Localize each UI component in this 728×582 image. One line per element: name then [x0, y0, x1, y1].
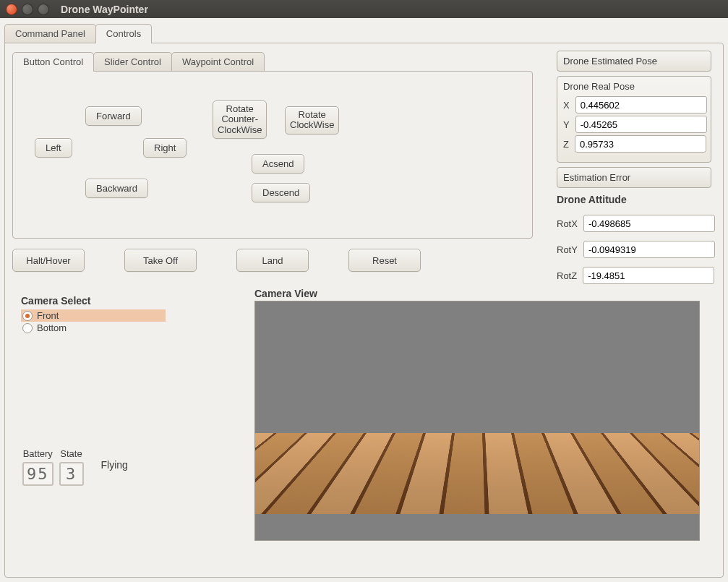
- rotate-ccw-button[interactable]: Rotate Counter- ClockWise: [213, 100, 267, 139]
- tab-command-panel[interactable]: Command Panel: [4, 24, 96, 43]
- rotz-label: RotZ: [557, 270, 577, 281]
- inner-tabs: Button Control Slider Control Waypoint C…: [12, 51, 533, 239]
- attitude-title: Drone Attitude: [557, 194, 711, 205]
- camera-view: Camera View: [254, 288, 703, 541]
- window-title: Drone WayPointer: [61, 4, 148, 15]
- right-column: Drone Estimated Pose Drone Real Pose X Y: [557, 51, 711, 286]
- land-button[interactable]: Land: [236, 249, 309, 272]
- rotate-cw-button[interactable]: Rotate ClockWise: [285, 106, 339, 134]
- status-block: Battery 95 State 3 Flying: [22, 448, 128, 486]
- close-icon[interactable]: [6, 4, 17, 15]
- radio-icon: [22, 311, 33, 321]
- real-pose-box: Drone Real Pose X Y Z: [557, 76, 711, 163]
- radio-icon: [22, 323, 33, 333]
- camera-canvas: [254, 301, 700, 541]
- descend-button[interactable]: Descend: [252, 183, 310, 202]
- tab-button-control[interactable]: Button Control: [12, 52, 94, 71]
- rotx-label: RotX: [557, 218, 578, 229]
- estimated-pose-button[interactable]: Drone Estimated Pose: [557, 51, 711, 72]
- left-button[interactable]: Left: [35, 138, 72, 158]
- button-control-panel: Forward Left Right Backward Rotate Count…: [12, 71, 533, 239]
- halt-button[interactable]: Halt/Hover: [12, 249, 85, 272]
- forward-button[interactable]: Forward: [85, 106, 142, 126]
- right-button[interactable]: Right: [143, 138, 187, 158]
- outer-tabs: Command Panel Controls Button Control Sl…: [4, 22, 724, 578]
- app-window: Drone WayPointer Command Panel Controls …: [0, 0, 728, 582]
- state-display: 3: [59, 462, 84, 486]
- camera-bottom-radio[interactable]: Bottom: [21, 322, 166, 334]
- takeoff-button[interactable]: Take Off: [124, 249, 197, 272]
- pose-z-input[interactable]: [575, 135, 706, 153]
- rotz-input[interactable]: [583, 267, 714, 284]
- camera-view-heading: Camera View: [254, 288, 703, 299]
- content-area: Command Panel Controls Button Control Sl…: [0, 18, 728, 582]
- estimation-error-button[interactable]: Estimation Error: [557, 167, 711, 188]
- ascend-button[interactable]: Acsend: [252, 154, 304, 174]
- tab-controls[interactable]: Controls: [95, 24, 152, 43]
- camera-front-radio[interactable]: Front: [21, 309, 166, 322]
- tab-waypoint-control[interactable]: Waypoint Control: [171, 52, 265, 71]
- pose-x-label: X: [563, 100, 570, 111]
- battery-display: 95: [22, 462, 53, 486]
- real-pose-title: Drone Real Pose: [563, 81, 705, 92]
- roty-input[interactable]: [583, 241, 715, 258]
- titlebar: Drone WayPointer: [0, 0, 728, 18]
- camera-floor: [254, 433, 700, 514]
- reset-button[interactable]: Reset: [348, 249, 421, 272]
- pose-y-input[interactable]: [575, 116, 707, 133]
- rotx-input[interactable]: [583, 215, 715, 232]
- tab-slider-control[interactable]: Slider Control: [93, 52, 172, 71]
- camera-select-heading: Camera Select: [21, 295, 166, 307]
- camera-bottom-label: Bottom: [37, 322, 67, 333]
- minimize-icon[interactable]: [22, 4, 33, 15]
- controls-panel: Button Control Slider Control Waypoint C…: [4, 43, 724, 578]
- battery-label: Battery: [23, 448, 53, 459]
- roty-label: RotY: [557, 244, 578, 255]
- state-text: Flying: [101, 459, 128, 475]
- backward-button[interactable]: Backward: [85, 179, 148, 198]
- camera-front-label: Front: [37, 310, 59, 321]
- pose-z-label: Z: [563, 139, 569, 150]
- maximize-icon[interactable]: [38, 4, 49, 15]
- pose-y-label: Y: [563, 119, 570, 130]
- pose-x-input[interactable]: [575, 96, 707, 114]
- camera-select: Camera Select Front Bottom: [21, 295, 166, 334]
- state-label: State: [60, 448, 82, 459]
